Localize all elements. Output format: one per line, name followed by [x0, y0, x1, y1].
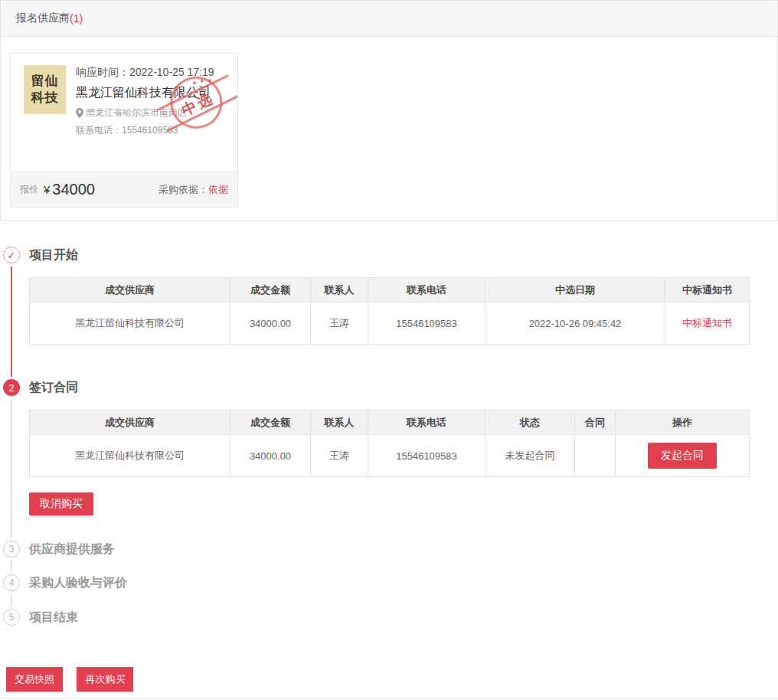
supplier-phone-label: 联系电话：: [76, 125, 122, 136]
logo-line-1: 留仙: [31, 73, 59, 90]
panel-header: 报名供应商(1): [1, 1, 777, 37]
supplier-phone-value: 15546109583: [122, 125, 178, 136]
contract-header-contact: 联系人: [311, 411, 368, 435]
award-header-amount: 成交金额: [230, 278, 311, 303]
panel-body: 留仙 科技 响应时间：2022-10-25 17:19 黑龙江留仙科技有限公司 …: [1, 37, 777, 221]
supplier-address: 黑龙江省哈尔滨市南岗区: [76, 106, 214, 119]
award-table-header-row: 成交供应商 成交金额 联系人 联系电话 中选日期 中标通知书: [30, 278, 750, 303]
contract-header-amount: 成交金额: [230, 411, 311, 435]
award-cell-amount: 34000.00: [230, 303, 311, 345]
contract-header-action: 操作: [616, 411, 750, 435]
contract-cell-supplier: 黑龙江留仙科技有限公司: [30, 435, 230, 477]
logo-line-2: 科技: [31, 90, 59, 106]
currency-symbol: ¥: [44, 183, 50, 196]
award-header-date: 中选日期: [485, 278, 665, 303]
cancel-purchase-button[interactable]: 取消购买: [29, 492, 93, 515]
contract-header-supplier: 成交供应商: [30, 411, 230, 435]
location-pin-icon: [76, 108, 83, 118]
response-time: 响应时间：2022-10-25 17:19: [76, 66, 214, 80]
supplier-price-bar: 报价 ¥ 34000 采购依据：依据: [11, 172, 237, 207]
timeline-step-supplier-service: 3 供应商提供服务: [0, 541, 778, 574]
supplier-name: 黑龙江留仙科技有限公司: [76, 85, 214, 101]
contract-table-row: 黑龙江留仙科技有限公司 34000.00 王涛 15546109583 未发起合…: [30, 435, 750, 477]
timeline-step-project-start: ✓ 项目开始 成交供应商 成交金额 联系人 联系电话 中选日期 中标通知书 黑龙…: [0, 247, 778, 379]
award-table: 成交供应商 成交金额 联系人 联系电话 中选日期 中标通知书 黑龙江留仙科技有限…: [29, 277, 750, 345]
award-cell-phone: 15546109583: [368, 303, 485, 345]
contract-table: 成交供应商 成交金额 联系人 联系电话 状态 合同 操作 黑龙江留仙科技有限公司…: [29, 410, 750, 477]
contract-table-header-row: 成交供应商 成交金额 联系人 联系电话 状态 合同 操作: [30, 411, 750, 435]
purchase-basis: 采购依据：依据: [159, 183, 228, 197]
step-2-label: 签订合同: [29, 379, 778, 396]
step-5-marker: 5: [3, 609, 20, 626]
step-1-check-icon: ✓: [3, 247, 20, 263]
bottom-divider: [0, 698, 778, 699]
supplier-card-top: 留仙 科技 响应时间：2022-10-25 17:19 黑龙江留仙科技有限公司 …: [11, 54, 237, 172]
contract-cell-status: 未发起合同: [485, 435, 575, 477]
supplier-card: 留仙 科技 响应时间：2022-10-25 17:19 黑龙江留仙科技有限公司 …: [10, 53, 238, 208]
step-4-marker: 4: [3, 574, 20, 591]
step-5-label: 项目结束: [29, 609, 778, 626]
award-header-phone: 联系电话: [368, 278, 485, 303]
panel-title: 报名供应商: [16, 11, 70, 25]
supplier-address-text: 黑龙江省哈尔滨市南岗区: [86, 106, 187, 119]
supplier-logo: 留仙 科技: [24, 65, 66, 114]
response-time-value: 2022-10-25 17:19: [129, 66, 214, 78]
response-time-label: 响应时间：: [76, 66, 129, 78]
award-notice-link[interactable]: 中标通知书: [682, 317, 732, 329]
supplier-count: (1): [70, 12, 83, 25]
transaction-snapshot-button[interactable]: 交易快照: [6, 667, 63, 692]
step-1-label: 项目开始: [29, 247, 778, 263]
price-value: 34000: [52, 181, 95, 198]
contract-cell-contact: 王涛: [311, 435, 368, 477]
contract-header-contract: 合同: [575, 411, 616, 435]
award-table-row: 黑龙江留仙科技有限公司 34000.00 王涛 15546109583 2022…: [30, 303, 750, 345]
footer-actions: 交易快照 再次购买: [6, 667, 778, 692]
timeline-step-acceptance-review: 4 采购人验收与评价: [0, 574, 778, 609]
contract-cell-contract: [575, 435, 616, 477]
supplier-phone: 联系电话：15546109583: [76, 124, 214, 137]
contract-cell-amount: 34000.00: [230, 435, 311, 477]
award-header-supplier: 成交供应商: [30, 278, 230, 303]
step-3-label: 供应商提供服务: [29, 541, 778, 558]
purchase-basis-link[interactable]: 依据: [208, 184, 228, 195]
step-3-marker: 3: [3, 541, 20, 558]
timeline-step-project-end: 5 项目结束: [0, 609, 778, 626]
contract-header-status: 状态: [485, 411, 575, 435]
award-header-notice: 中标通知书: [665, 278, 750, 303]
step-4-label: 采购人验收与评价: [29, 574, 778, 591]
supplier-info: 响应时间：2022-10-25 17:19 黑龙江留仙科技有限公司 黑龙江省哈尔…: [76, 65, 214, 172]
timeline-step-sign-contract: 2 签订合同 成交供应商 成交金额 联系人 联系电话 状态 合同 操作 黑龙江留…: [0, 379, 778, 541]
price-label: 报价: [20, 183, 38, 196]
contract-cell-phone: 15546109583: [368, 435, 485, 477]
award-cell-supplier: 黑龙江留仙科技有限公司: [30, 303, 230, 345]
suppliers-panel: 报名供应商(1) 留仙 科技 响应时间：2022-10-25 17:19 黑龙江…: [0, 0, 778, 221]
award-cell-contact: 王涛: [311, 303, 368, 345]
award-header-contact: 联系人: [311, 278, 368, 303]
contract-header-phone: 联系电话: [368, 411, 485, 435]
buy-again-button[interactable]: 再次购买: [77, 667, 133, 692]
purchase-basis-label: 采购依据：: [159, 184, 208, 195]
award-cell-date: 2022-10-26 09:45:42: [485, 303, 665, 345]
step-2-marker: 2: [3, 379, 20, 396]
initiate-contract-button[interactable]: 发起合同: [648, 443, 717, 469]
project-timeline: ✓ 项目开始 成交供应商 成交金额 联系人 联系电话 中选日期 中标通知书 黑龙…: [0, 247, 778, 626]
